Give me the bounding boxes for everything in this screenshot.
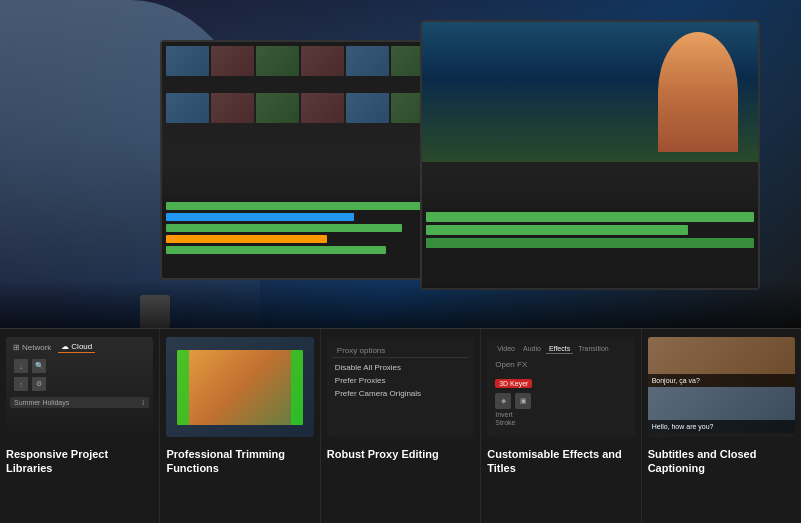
panel-preview-effects: Video Audio Effects Transition Open FX 3… bbox=[487, 337, 634, 437]
feature-panel-trimming: ↔ Professional Trimming Functions bbox=[160, 329, 320, 523]
info-icon: ℹ bbox=[142, 399, 145, 407]
hero-background bbox=[0, 0, 801, 340]
subtitle-line-1: Bonjour, ça va? bbox=[652, 377, 791, 384]
trim-arrow-icon: ↔ bbox=[233, 433, 247, 437]
network-icon: ⊞ bbox=[13, 343, 20, 352]
cloud-icon: ☁ bbox=[61, 342, 69, 351]
subtitle-text-overlay: Bonjour, ça va? bbox=[648, 374, 795, 387]
monitors-area bbox=[160, 20, 780, 320]
monitor-left bbox=[160, 40, 440, 280]
tab-effects[interactable]: Effects bbox=[546, 344, 573, 354]
trim-handle-left[interactable] bbox=[177, 350, 189, 425]
search-icon[interactable]: 🔍 bbox=[32, 359, 46, 373]
tab-audio[interactable]: Audio bbox=[520, 344, 544, 354]
stroke-label: Stroke bbox=[495, 419, 626, 426]
subtitle-video-frame-2: Hello, how are you? bbox=[648, 387, 795, 433]
upload-icon[interactable]: ↑ bbox=[14, 377, 28, 391]
trim-handle-right[interactable] bbox=[291, 350, 303, 425]
download-icon[interactable]: ↓ bbox=[14, 359, 28, 373]
feature-title-libraries: Responsive Project Libraries bbox=[6, 447, 153, 476]
feature-title-proxy: Robust Proxy Editing bbox=[327, 447, 474, 461]
library-item-label: Summer Holidays bbox=[14, 399, 69, 406]
monitor-right bbox=[420, 20, 760, 290]
proxy-prefer-camera[interactable]: Prefer Camera Originals bbox=[332, 387, 469, 400]
open-fx-label: Open FX bbox=[495, 360, 527, 369]
invert-label: Invert bbox=[495, 411, 626, 418]
trim-video-thumbnail bbox=[177, 350, 302, 425]
panel-preview-subtitles: Bonjour, ça va? Hello, how are you? bbox=[648, 337, 795, 437]
panel-preview-proxy: Proxy options Disable All Proxies Prefer… bbox=[327, 337, 474, 437]
cloud-tab[interactable]: ☁ Cloud bbox=[58, 341, 95, 353]
feature-panel-responsive-libraries: ⊞ Network ☁ Cloud ↓ 🔍 ↑ ⚙ Summer Holiday… bbox=[0, 329, 160, 523]
library-item-summer-holidays[interactable]: Summer Holidays ℹ bbox=[10, 397, 149, 408]
proxy-prefer-proxies[interactable]: Prefer Proxies bbox=[332, 374, 469, 387]
network-tab[interactable]: ⊞ Network bbox=[10, 341, 54, 353]
panel-preview-libraries: ⊞ Network ☁ Cloud ↓ 🔍 ↑ ⚙ Summer Holiday… bbox=[6, 337, 153, 437]
tab-video[interactable]: Video bbox=[494, 344, 518, 354]
feature-title-effects: Customisable Effects and Titles bbox=[487, 447, 634, 476]
proxy-disable-all[interactable]: Disable All Proxies bbox=[332, 361, 469, 374]
keyer-badge[interactable]: 3D Keyer bbox=[495, 379, 532, 388]
network-tab-label: Network bbox=[22, 343, 51, 352]
feature-panel-proxy: Proxy options Disable All Proxies Prefer… bbox=[321, 329, 481, 523]
feature-panel-effects: Video Audio Effects Transition Open FX 3… bbox=[481, 329, 641, 523]
proxy-menu-header: Proxy options bbox=[332, 342, 469, 358]
feature-title-trimming: Professional Trimming Functions bbox=[166, 447, 313, 476]
settings-icon[interactable]: ⚙ bbox=[32, 377, 46, 391]
subtitle-line-2: Hello, how are you? bbox=[652, 423, 791, 430]
tab-transition[interactable]: Transition bbox=[575, 344, 611, 354]
feature-title-subtitles: Subtitles and Closed Captioning bbox=[648, 447, 795, 476]
cloud-tab-label: Cloud bbox=[71, 342, 92, 351]
panel-preview-trimming: ↔ bbox=[166, 337, 313, 437]
feature-panel-subtitles: Bonjour, ça va? Hello, how are you? Subt… bbox=[642, 329, 801, 523]
features-bar: ⊞ Network ☁ Cloud ↓ 🔍 ↑ ⚙ Summer Holiday… bbox=[0, 328, 801, 523]
effect-icon-1: ◈ bbox=[495, 393, 511, 409]
subtitle-video-frame-1: Bonjour, ça va? bbox=[648, 337, 795, 387]
effect-icon-2: ▣ bbox=[515, 393, 531, 409]
